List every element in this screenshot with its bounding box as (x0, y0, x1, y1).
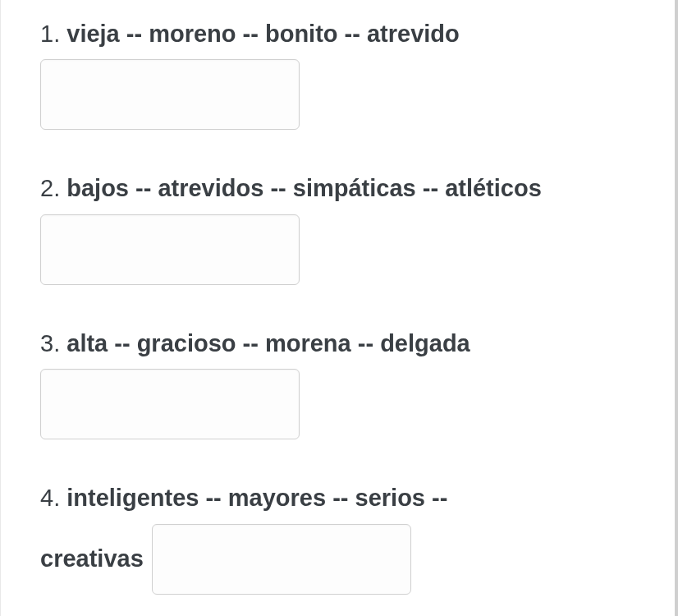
question-3-text: 3. alta -- gracioso -- morena -- delgada (40, 324, 635, 362)
question-4-number: 4. (40, 485, 60, 511)
question-4-text-line1: 4. inteligentes -- mayores -- serios -- (40, 479, 635, 517)
question-3-prompt: alta -- gracioso -- morena -- delgada (66, 330, 470, 356)
question-3-number: 3. (40, 330, 60, 356)
question-2: 2. bajos -- atrevidos -- simpáticas -- a… (40, 169, 635, 284)
question-4-prompt-part1: inteligentes -- mayores -- serios -- (66, 485, 447, 511)
question-3: 3. alta -- gracioso -- morena -- delgada (40, 324, 635, 439)
answer-input-1[interactable] (40, 59, 300, 130)
answer-input-2[interactable] (40, 214, 300, 285)
question-4: 4. inteligentes -- mayores -- serios -- … (40, 479, 635, 594)
answer-input-4[interactable] (152, 524, 411, 595)
answer-input-3[interactable] (40, 369, 300, 439)
worksheet-container: 1. vieja -- moreno -- bonito -- atrevido… (0, 0, 678, 616)
question-1-text: 1. vieja -- moreno -- bonito -- atrevido (40, 15, 635, 53)
question-2-number: 2. (40, 175, 60, 201)
question-4-prompt-part2: creativas (40, 540, 144, 577)
question-1-number: 1. (40, 21, 60, 47)
question-1-prompt: vieja -- moreno -- bonito -- atrevido (66, 21, 460, 47)
question-2-text: 2. bajos -- atrevidos -- simpáticas -- a… (40, 169, 635, 207)
question-1: 1. vieja -- moreno -- bonito -- atrevido (40, 15, 635, 130)
question-4-text-line2: creativas (40, 524, 635, 595)
question-2-prompt: bajos -- atrevidos -- simpáticas -- atlé… (66, 175, 542, 201)
